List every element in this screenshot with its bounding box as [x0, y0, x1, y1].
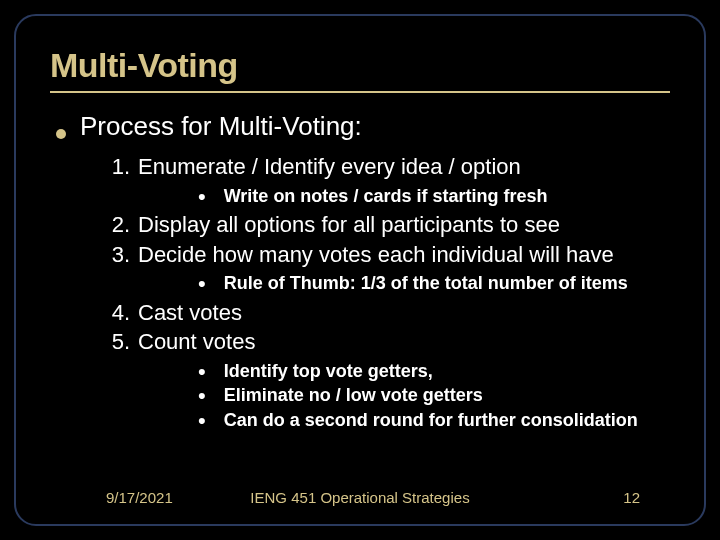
- bullet-icon: •: [198, 186, 206, 208]
- heading-row: Process for Multi-Voting:: [56, 111, 670, 142]
- sub-item-text: Eliminate no / low vote getters: [224, 383, 483, 407]
- item-number: 2.: [108, 210, 130, 240]
- list-item: 1. Enumerate / Identify every idea / opt…: [108, 152, 670, 182]
- item-number: 4.: [108, 298, 130, 328]
- item-number: 3.: [108, 240, 130, 270]
- sub-list-item: • Can do a second round for further cons…: [198, 408, 670, 432]
- sub-item-text: Write on notes / cards if starting fresh: [224, 184, 548, 208]
- sub-item-text: Can do a second round for further consol…: [224, 408, 638, 432]
- item-number: 5.: [108, 327, 130, 357]
- footer-date: 9/17/2021: [106, 489, 173, 506]
- sub-item-text: Rule of Thumb: 1/3 of the total number o…: [224, 271, 628, 295]
- bullet-icon: [56, 129, 66, 139]
- slide-title: Multi-Voting: [50, 46, 670, 93]
- sub-list-item: • Eliminate no / low vote getters: [198, 383, 670, 407]
- footer-course: IENG 451 Operational Strategies: [250, 489, 469, 506]
- item-text: Decide how many votes each individual wi…: [138, 240, 614, 270]
- sub-list-item: • Write on notes / cards if starting fre…: [198, 184, 670, 208]
- bullet-icon: •: [198, 273, 206, 295]
- sub-list-item: • Identify top vote getters,: [198, 359, 670, 383]
- footer-page-number: 12: [623, 489, 640, 506]
- list-item: 4. Cast votes: [108, 298, 670, 328]
- slide-footer: 9/17/2021 IENG 451 Operational Strategie…: [16, 489, 704, 506]
- sub-list: • Identify top vote getters, • Eliminate…: [198, 359, 670, 432]
- sub-list: • Rule of Thumb: 1/3 of the total number…: [198, 271, 670, 295]
- list-item: 2. Display all options for all participa…: [108, 210, 670, 240]
- bullet-icon: •: [198, 361, 206, 383]
- item-text: Enumerate / Identify every idea / option: [138, 152, 521, 182]
- heading-text: Process for Multi-Voting:: [80, 111, 362, 142]
- bullet-icon: •: [198, 385, 206, 407]
- item-number: 1.: [108, 152, 130, 182]
- list-item: 5. Count votes: [108, 327, 670, 357]
- bullet-icon: •: [198, 410, 206, 432]
- sub-list-item: • Rule of Thumb: 1/3 of the total number…: [198, 271, 670, 295]
- slide-frame: Multi-Voting Process for Multi-Voting: 1…: [14, 14, 706, 526]
- list-item: 3. Decide how many votes each individual…: [108, 240, 670, 270]
- item-text: Count votes: [138, 327, 255, 357]
- slide: Multi-Voting Process for Multi-Voting: 1…: [0, 0, 720, 540]
- slide-content: Process for Multi-Voting: 1. Enumerate /…: [50, 111, 670, 432]
- item-text: Display all options for all participants…: [138, 210, 560, 240]
- sub-list: • Write on notes / cards if starting fre…: [198, 184, 670, 208]
- item-text: Cast votes: [138, 298, 242, 328]
- sub-item-text: Identify top vote getters,: [224, 359, 433, 383]
- numbered-list: 1. Enumerate / Identify every idea / opt…: [108, 152, 670, 432]
